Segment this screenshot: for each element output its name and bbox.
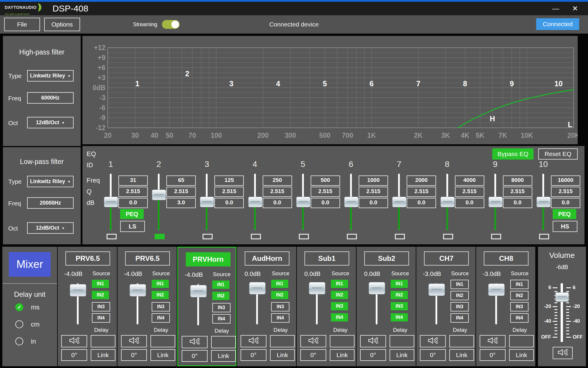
eq-peq-button[interactable]: PEQ bbox=[120, 209, 144, 219]
source-in4-button[interactable]: IN4 bbox=[391, 313, 408, 321]
file-menu-button[interactable]: File bbox=[4, 18, 40, 31]
phase-button[interactable]: 0° bbox=[360, 349, 386, 361]
radio-icon[interactable] bbox=[15, 337, 23, 345]
channel-mute-button[interactable] bbox=[61, 335, 87, 347]
eq-freq-input[interactable]: 8000 bbox=[503, 175, 532, 186]
phase-button[interactable]: 0° bbox=[420, 349, 446, 361]
channel-fader-handle[interactable] bbox=[190, 285, 207, 297]
eq-band-marker-3[interactable]: 3 bbox=[229, 79, 233, 88]
delay-input[interactable] bbox=[509, 335, 534, 347]
eq-band-marker-7[interactable]: 7 bbox=[416, 79, 420, 88]
source-in1-button[interactable]: IN1 bbox=[391, 280, 408, 288]
eq-freq-input[interactable]: 4000 bbox=[455, 175, 484, 186]
eq-freq-input[interactable]: 2000 bbox=[407, 175, 436, 186]
channel-name-button[interactable]: Sub2 bbox=[364, 251, 409, 266]
eq-slider-handle[interactable] bbox=[392, 197, 406, 207]
eq-band-indicator[interactable] bbox=[203, 234, 213, 239]
eq-gain-input[interactable]: 0.0 bbox=[214, 198, 244, 208]
link-button[interactable]: Link bbox=[330, 349, 355, 361]
source-in1-button[interactable]: IN1 bbox=[212, 281, 229, 289]
eq-band-indicator[interactable] bbox=[491, 234, 501, 239]
eq-band-indicator[interactable] bbox=[347, 234, 357, 239]
delay-input[interactable] bbox=[270, 335, 295, 347]
channel-name-button[interactable]: Sub1 bbox=[304, 251, 349, 266]
source-in2-button[interactable]: IN2 bbox=[391, 291, 408, 299]
phase-button[interactable]: 0° bbox=[182, 350, 208, 362]
eq-slider-handle[interactable] bbox=[296, 197, 310, 207]
delay-input[interactable] bbox=[150, 335, 175, 347]
streaming-toggle[interactable] bbox=[162, 20, 180, 29]
eq-gain-input[interactable]: 0.0 bbox=[551, 198, 580, 208]
eq-band-indicator[interactable] bbox=[299, 234, 309, 239]
channel-name-button[interactable]: CH8 bbox=[484, 251, 529, 266]
phase-button[interactable]: 0° bbox=[300, 349, 326, 361]
channel-fader-handle[interactable] bbox=[369, 282, 385, 294]
source-in4-button[interactable]: IN4 bbox=[450, 313, 469, 323]
eq-freq-input[interactable]: 31 bbox=[118, 175, 148, 186]
eq-band-indicator[interactable] bbox=[443, 234, 453, 239]
source-in3-button[interactable]: IN3 bbox=[271, 302, 289, 311]
eq-gain-input[interactable]: 0.0 bbox=[503, 198, 532, 208]
eq-gain-input[interactable]: 0.0 bbox=[359, 198, 388, 208]
delay-input[interactable] bbox=[211, 336, 236, 348]
eq-q-input[interactable]: 2.515 bbox=[263, 187, 292, 197]
delay-unit-option-ms[interactable]: ✓ms bbox=[15, 303, 39, 311]
delay-unit-option-in[interactable]: in bbox=[15, 337, 36, 345]
source-in2-button[interactable]: IN2 bbox=[271, 291, 288, 299]
source-in2-button[interactable]: IN2 bbox=[152, 291, 169, 299]
radio-checked-icon[interactable]: ✓ bbox=[15, 303, 23, 311]
source-in2-button[interactable]: IN2 bbox=[450, 291, 469, 300]
eq-band-marker-2[interactable]: 2 bbox=[185, 69, 189, 78]
source-in2-button[interactable]: IN2 bbox=[92, 291, 109, 299]
eq-band-indicator[interactable] bbox=[539, 234, 549, 239]
channel-fader-handle[interactable] bbox=[70, 284, 86, 296]
highpass-marker[interactable]: H bbox=[490, 115, 495, 123]
eq-q-input[interactable]: 2.515 bbox=[551, 187, 580, 197]
channel-fader-handle[interactable] bbox=[428, 284, 445, 296]
link-button[interactable]: Link bbox=[449, 349, 474, 361]
lp-oct-dropdown[interactable]: 12dB/Oct▼ bbox=[27, 222, 74, 234]
eq-band-indicator[interactable] bbox=[395, 234, 405, 239]
lp-freq-input[interactable]: 20000Hz bbox=[27, 197, 74, 209]
source-in1-button[interactable]: IN1 bbox=[510, 280, 529, 289]
channel-name-button[interactable]: AudHorn bbox=[245, 251, 289, 266]
eq-gain-input[interactable]: 0.0 bbox=[455, 198, 484, 208]
eq-gain-input[interactable]: 0.0 bbox=[118, 198, 148, 208]
eq-freq-input[interactable]: 125 bbox=[214, 175, 244, 186]
phase-button[interactable]: 0° bbox=[241, 349, 266, 361]
channel-mute-button[interactable] bbox=[480, 335, 506, 347]
eq-slider-handle[interactable] bbox=[536, 197, 551, 207]
hp-oct-dropdown[interactable]: 12dB/Oct▼ bbox=[27, 117, 74, 128]
source-in1-button[interactable]: IN1 bbox=[152, 280, 169, 288]
phase-button[interactable]: 0° bbox=[61, 349, 87, 361]
eq-peq-button[interactable]: PEQ bbox=[553, 209, 576, 219]
link-button[interactable]: Link bbox=[390, 349, 414, 361]
channel-name-button[interactable]: PRV6.5 bbox=[65, 251, 110, 266]
link-button[interactable]: Link bbox=[211, 350, 236, 362]
channel-mute-button[interactable] bbox=[360, 335, 386, 347]
source-in3-button[interactable]: IN3 bbox=[391, 302, 408, 310]
eq-q-input[interactable]: 2.515 bbox=[455, 187, 484, 197]
eq-gain-input[interactable]: 0.0 bbox=[407, 198, 436, 208]
eq-band-marker-8[interactable]: 8 bbox=[463, 79, 467, 88]
eq-q-input[interactable]: 2.515 bbox=[214, 187, 244, 197]
eq-band-indicator[interactable] bbox=[251, 234, 261, 239]
delay-input[interactable] bbox=[449, 335, 474, 347]
eq-q-input[interactable]: 2.515 bbox=[118, 187, 148, 197]
eq-slider-handle[interactable] bbox=[488, 197, 503, 207]
channel-mute-button[interactable] bbox=[300, 335, 326, 347]
volume-slider-handle[interactable] bbox=[555, 292, 569, 302]
source-in1-button[interactable]: IN1 bbox=[271, 280, 288, 288]
eq-q-input[interactable]: 2.515 bbox=[407, 187, 436, 197]
delay-input[interactable] bbox=[91, 335, 115, 347]
hp-type-dropdown[interactable]: Linkwitz Riley▼ bbox=[27, 70, 74, 82]
channel-fader-handle[interactable] bbox=[309, 282, 325, 294]
channel-mute-button[interactable] bbox=[182, 336, 208, 348]
mixer-button[interactable]: Mixer bbox=[9, 252, 51, 277]
source-in3-button[interactable]: IN3 bbox=[212, 303, 231, 312]
minimize-button[interactable]: — bbox=[552, 5, 559, 12]
lowpass-marker[interactable]: L bbox=[568, 120, 572, 129]
eq-band-marker-10[interactable]: 10 bbox=[554, 79, 563, 88]
link-button[interactable]: Link bbox=[270, 349, 295, 361]
connection-status-badge[interactable]: Connected bbox=[536, 18, 579, 30]
